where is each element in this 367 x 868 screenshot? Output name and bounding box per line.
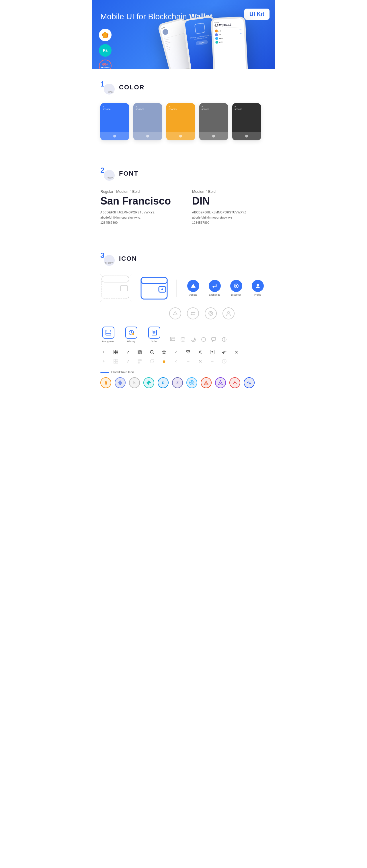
bitcoin-icon: ₿ [101, 377, 111, 388]
phone-right: myWallet 6,297,502.12 BTC 738... ETH 564… [211, 16, 248, 69]
svg-rect-24 [106, 330, 111, 335]
svg-rect-70 [114, 362, 116, 363]
upload-icon [209, 349, 216, 355]
svg-point-21 [209, 311, 213, 315]
plus-icon: + [101, 349, 107, 355]
back-icon: ‹ [173, 349, 179, 355]
history-label: History [127, 340, 135, 343]
svg-point-18 [235, 285, 237, 287]
dash-icon: D [158, 377, 169, 388]
color-section-header: 1 ONE COLOR [101, 80, 266, 95]
blockchain-label: BlockChain Icon [111, 370, 134, 374]
font-sf: Regular ' Medium ' Bold San Francisco AB… [101, 189, 175, 225]
discover-icon [230, 280, 242, 292]
font-section-header: 2 TWO FONT [101, 166, 266, 181]
svg-rect-46 [114, 350, 116, 352]
litecoin-icon: Ł [129, 377, 140, 388]
svg-rect-12 [141, 277, 167, 299]
svg-text:Z: Z [176, 381, 179, 385]
svg-rect-5 [102, 276, 129, 299]
svg-point-81 [224, 360, 225, 361]
svg-rect-77 [139, 362, 139, 363]
extra-icon [244, 377, 255, 388]
swatch-dark: #303030 [232, 103, 261, 141]
share-icon [185, 349, 192, 355]
swatch-orange: #F5A623 [166, 103, 195, 141]
icon-title: ICON [119, 255, 137, 262]
management-icon [102, 327, 114, 339]
svg-point-63 [199, 351, 201, 353]
star-icon-yellow [161, 358, 167, 365]
svg-text:₿: ₿ [105, 380, 107, 385]
redo-gray: → [209, 358, 216, 365]
swatch-gray: #666666 [199, 103, 228, 141]
icon-exchange: Exchange [207, 280, 223, 296]
svg-point-59 [150, 350, 153, 353]
svg-marker-61 [162, 350, 166, 354]
hero-badges: Ps 60+ Screens [99, 29, 112, 69]
svg-point-15 [162, 288, 163, 290]
grid-icon [112, 349, 119, 355]
exchange-icon [209, 280, 221, 292]
swatch-blue: #3574FA [101, 103, 129, 141]
font-din-upper: ABCDEFGHIJKLMNOPQRSTUVWXYZ [192, 210, 266, 215]
svg-rect-48 [114, 352, 116, 354]
hero-section: Mobile UI for Blockchain Wallet UI Kit P… [92, 0, 275, 69]
font-din-styles: Medium ' Bold [192, 189, 266, 194]
svg-text:D: D [162, 381, 164, 385]
icon-order: Order [146, 327, 162, 343]
svg-point-41 [202, 337, 205, 341]
svg-line-60 [153, 353, 154, 354]
settings-icon [197, 349, 204, 355]
svg-line-10 [101, 300, 102, 302]
svg-rect-68 [114, 359, 116, 361]
svg-text:Ł: Ł [133, 380, 136, 385]
icon-row-wallet: Assets Exchange Discover Profile [101, 274, 266, 302]
qr-icon-gray [137, 358, 143, 365]
svg-rect-47 [116, 350, 118, 352]
order-icon [148, 327, 160, 339]
utility-icons-row2: + ✓ ‹ → ✕ → [101, 358, 266, 365]
color-section-number: 1 ONE [101, 80, 115, 95]
svg-rect-51 [139, 351, 139, 351]
check-icon-gray: ✓ [124, 358, 131, 365]
circle-icon [200, 336, 207, 343]
svg-rect-69 [116, 359, 118, 361]
svg-line-9 [131, 274, 132, 276]
swatch-gray-blue: #8DA0C8 [133, 103, 162, 141]
icon-row-app: Mangment History [101, 327, 266, 343]
svg-point-40 [181, 338, 185, 339]
svg-point-30 [133, 334, 133, 335]
font-sf-upper: ABCDEFGHIJKLMNOPQRSTUVWXYZ [101, 210, 175, 215]
misc-icons-small [169, 336, 228, 343]
font-sf-name: San Francisco [101, 195, 175, 207]
search-icon [148, 349, 156, 355]
icon-section: Assets Exchange Discover Profile [101, 274, 266, 388]
info-icon-gray [221, 358, 228, 365]
icon-section-number: 3 THREE [101, 251, 115, 266]
close-icon: ✕ [233, 349, 240, 355]
svg-marker-16 [191, 284, 196, 288]
icon-section-header: 3 THREE ICON [101, 251, 266, 266]
icon-assets: Assets [185, 280, 201, 296]
color-title: COLOR [119, 84, 144, 91]
svg-rect-7 [120, 285, 128, 291]
refresh-icon-gray [148, 358, 156, 365]
svg-rect-75 [141, 360, 142, 361]
svg-rect-42 [211, 337, 216, 340]
discover-icon-outline [205, 307, 217, 319]
plus-icon-gray: + [101, 358, 107, 365]
profile-label: Profile [254, 293, 261, 296]
svg-rect-53 [141, 351, 142, 351]
main-content: 1 ONE COLOR #3574FA #8DA0C8 #F5A623 #666… [92, 69, 275, 414]
icon-discover: Discover [228, 280, 244, 296]
ethereum-icon [115, 377, 125, 388]
font-section: Regular ' Medium ' Bold San Francisco AB… [101, 189, 266, 225]
history-icon [125, 327, 137, 339]
font-sf-lower: abcdefghijklmnopqrstuvwxyz [101, 215, 175, 220]
utility-icons-row1: + ✓ ‹ [101, 349, 266, 355]
discover-label: Discover [231, 293, 241, 296]
ark-icon [201, 377, 211, 388]
grid-crypto-icon [186, 377, 197, 388]
arrow-right-gray: → [185, 358, 192, 365]
